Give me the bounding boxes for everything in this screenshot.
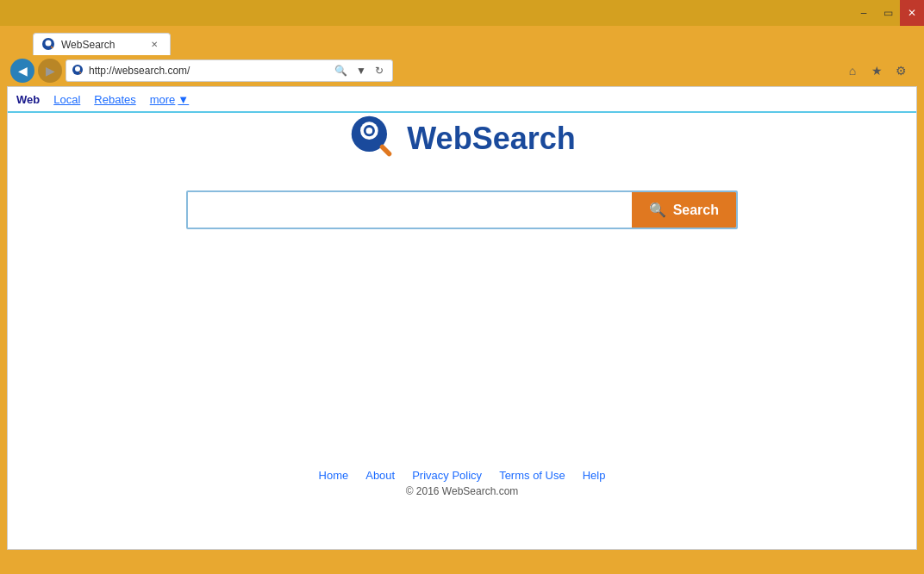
search-dropdown-button[interactable]: 🔍 [331, 63, 351, 78]
address-bar-row: ◀ ▶ 🔍 ▼ ↻ ⌂ ★ ⚙ [7, 55, 917, 86]
tab-favicon [42, 38, 56, 52]
search-button-label: Search [673, 203, 719, 218]
address-bar-icon [72, 64, 85, 78]
star-icon[interactable]: ★ [867, 61, 886, 80]
browser-chrome: WebSearch ✕ ◀ ▶ 🔍 ▼ ↻ ⌂ ★ ⚙ [0, 26, 924, 86]
nav-web[interactable]: Web [16, 93, 40, 106]
close-button[interactable]: ✕ [900, 0, 924, 26]
settings-icon[interactable]: ⚙ [891, 61, 910, 80]
logo-web: Web [407, 121, 471, 156]
logo-text: WebSearch [407, 121, 575, 157]
nav-more-chevron-icon: ▼ [178, 93, 189, 106]
nav-toolbar: Web Local Rebates more ▼ [8, 87, 916, 113]
nav-more[interactable]: more ▼ [150, 93, 190, 106]
footer-links: Home About Privacy Policy Terms of Use H… [319, 469, 606, 482]
address-bar[interactable]: 🔍 ▼ ↻ [66, 59, 393, 82]
home-icon[interactable]: ⌂ [843, 61, 862, 80]
search-button[interactable]: 🔍 Search [632, 192, 736, 228]
browser-tab[interactable]: WebSearch ✕ [33, 33, 171, 55]
svg-point-4 [75, 66, 80, 72]
restore-button[interactable]: ▭ [876, 0, 900, 26]
forward-button[interactable]: ▶ [38, 59, 62, 83]
back-button[interactable]: ◀ [10, 59, 34, 83]
refresh-button[interactable]: ↻ [371, 63, 387, 78]
page-content: WebSearch 🔍 Search [8, 113, 916, 281]
svg-point-1 [46, 40, 52, 46]
nav-rebates[interactable]: Rebates [94, 93, 135, 106]
logo-container: WebSearch [348, 113, 575, 165]
tab-label: WebSearch [61, 39, 115, 51]
svg-point-9 [366, 128, 373, 134]
websearch-logo-icon [348, 113, 400, 165]
browser-window: Web Local Rebates more ▼ We [7, 86, 917, 550]
address-bar-actions: 🔍 ▼ ↻ [331, 63, 387, 78]
footer-help[interactable]: Help [583, 469, 606, 482]
footer-terms[interactable]: Terms of Use [499, 469, 565, 482]
tab-close-button[interactable]: ✕ [147, 38, 161, 52]
footer-home[interactable]: Home [319, 469, 349, 482]
page-content-wrapper: WebSearch 🔍 Search Home About Privacy Po… [8, 113, 916, 549]
address-input[interactable] [89, 65, 331, 77]
logo-search: Search [472, 121, 576, 156]
footer-copyright: © 2016 WebSearch.com [406, 485, 519, 497]
window-controls: – ▭ ✕ [852, 0, 924, 26]
titlebar: – ▭ ✕ [0, 0, 924, 26]
nav-more-label: more [150, 93, 176, 106]
search-button-icon: 🔍 [649, 202, 666, 218]
svg-rect-10 [379, 144, 393, 158]
footer: Home About Privacy Policy Terms of Use H… [8, 469, 916, 497]
tab-bar: WebSearch ✕ [33, 29, 917, 55]
toolbar-right: ⌂ ★ ⚙ [843, 61, 914, 80]
footer-about[interactable]: About [365, 469, 395, 482]
minimize-button[interactable]: – [852, 0, 876, 26]
search-container: 🔍 Search [186, 190, 738, 229]
search-input[interactable] [188, 192, 632, 228]
dropdown-button[interactable]: ▼ [353, 63, 370, 78]
footer-privacy[interactable]: Privacy Policy [412, 469, 482, 482]
nav-local[interactable]: Local [53, 93, 80, 106]
